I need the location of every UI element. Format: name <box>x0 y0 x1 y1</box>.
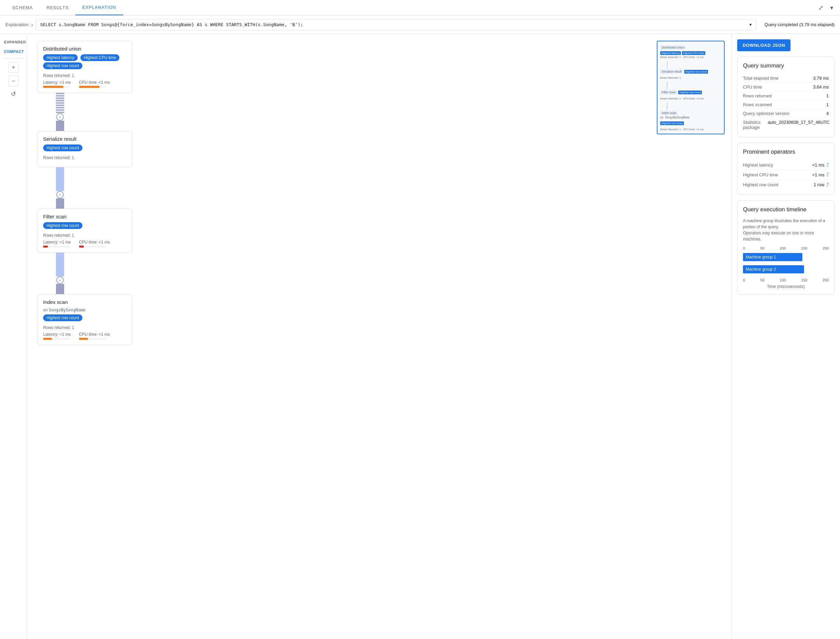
summary-val-2: 1 <box>826 93 829 99</box>
connector-solid-3: ✓ <box>56 277 64 294</box>
summary-val-4: 4 <box>826 111 829 116</box>
node-distributed-union[interactable]: Distributed union Highest latency Highes… <box>37 41 132 93</box>
node-badges-serialize: Highest row count <box>43 145 127 153</box>
prominent-operators-title: Prominent operators <box>743 149 829 155</box>
node-stat-rows-3: Rows returned: 1 <box>43 233 127 238</box>
node-metrics-4: Latency: <1 ms CPU time: <1 ms <box>43 332 127 340</box>
axis-label-0: 0 <box>743 246 745 250</box>
summary-val-5: auto_20230608_17_57_46UTC <box>768 120 829 130</box>
zoom-reset-btn[interactable]: ↺ <box>8 89 19 99</box>
query-summary-title: Query summary <box>743 62 829 69</box>
timeline-bar-label-1: Machine group 2 <box>746 267 776 272</box>
summary-row-5: Statistics package auto_20230608_17_57_4… <box>743 118 829 132</box>
summary-row-4: Query optimizer version 4 <box>743 109 829 118</box>
op-link-icon-0[interactable]: ⤴ <box>826 162 829 168</box>
query-summary-card: Query summary Total elapsed time 3.79 ms… <box>737 57 835 137</box>
badge-highest-row-count-3: Highest row count <box>43 222 83 229</box>
node-index-scan[interactable]: Index scan on SongsBySongName Highest ro… <box>37 294 132 345</box>
diagram-area: Distributed union Highest latency Highes… <box>27 34 732 639</box>
connector-blue-1 <box>56 167 64 191</box>
breadcrumb-label: Explanation <box>5 22 29 27</box>
op-row-0: Highest latency <1 ms ⤴ <box>743 160 829 170</box>
latency-label-3: Latency: <1 ms <box>43 240 71 245</box>
summary-key-2: Rows returned <box>743 93 772 99</box>
node-filter-scan[interactable]: Filter scan Highest row count Rows retur… <box>37 208 132 253</box>
op-val-0: <1 ms ⤴ <box>812 162 829 168</box>
node-badges-distributed-union: Highest latency Highest CPU time Highest… <box>43 54 127 70</box>
badge-highest-row-count-2: Highest row count <box>43 145 83 151</box>
op-link-icon-2[interactable]: ⤴ <box>826 182 829 187</box>
view-compact-btn[interactable]: COMPACT <box>3 48 24 56</box>
timeline-title: Query execution timeline <box>743 206 829 213</box>
op-row-2: Highest row count 1 row ⤴ <box>743 180 829 189</box>
timeline-bar-1[interactable]: Machine group 2 <box>743 265 804 273</box>
left-controls: EXPANDED COMPACT + − ↺ <box>0 34 27 639</box>
timeline-bar-0[interactable]: Machine group 1 <box>743 253 802 261</box>
download-json-btn[interactable]: DOWNLOAD JSON <box>737 39 791 51</box>
node-title-filter: Filter scan <box>43 214 127 219</box>
zoom-in-btn[interactable]: + <box>8 62 19 73</box>
op-value-0: <1 ms <box>812 162 824 168</box>
summary-val-3: 1 <box>826 102 829 107</box>
node-stat-rows-2: Rows returned: 1 <box>43 155 127 160</box>
node-subtitle-index: on SongsBySongName <box>43 308 127 312</box>
flow-container: Distributed union Highest latency Highes… <box>37 41 721 345</box>
timeline-axis-bottom: 0 50 100 150 200 <box>743 278 829 282</box>
summary-key-4: Query optimizer version <box>743 111 789 116</box>
connector-blue-2 <box>56 253 64 277</box>
axis-bottom-1: 50 <box>760 278 764 282</box>
cpu-label-4: CPU time: <1 ms <box>79 332 110 337</box>
latency-bar-1 <box>43 86 64 88</box>
axis-label-1: 50 <box>760 246 764 250</box>
query-status: Query completed (3.79 ms elapsed) <box>764 22 835 27</box>
timeline-bar-row-1: Machine group 2 <box>743 265 829 273</box>
tab-explanation[interactable]: EXPLANATION <box>75 0 123 15</box>
node-title-serialize: Serialize result <box>43 136 127 142</box>
summary-row-0: Total elapsed time 3.79 ms <box>743 74 829 83</box>
right-panel: DOWNLOAD JSON Query summary Total elapse… <box>732 34 840 639</box>
op-link-icon-1[interactable]: ⤴ <box>826 172 829 177</box>
cpu-bar-wrap-3 <box>79 246 106 248</box>
axis-bottom-4: 200 <box>823 278 829 282</box>
main-layout: EXPANDED COMPACT + − ↺ Distributed union… <box>0 34 840 639</box>
summary-key-3: Rows scanned <box>743 102 772 107</box>
cpu-label-3: CPU time: <1 ms <box>79 240 110 245</box>
node-title-index: Index scan <box>43 299 127 305</box>
cpu-bar-4 <box>79 338 88 340</box>
chevron-circle-3[interactable]: ✓ <box>56 277 64 284</box>
timeline-bar-row-0: Machine group 1 <box>743 253 829 261</box>
summary-val-0: 3.79 ms <box>813 76 829 81</box>
op-key-1: Highest CPU time <box>743 172 778 177</box>
timeline-desc-text: A machine group illustrates the executio… <box>743 218 825 242</box>
chevron-circle-2[interactable]: ✓ <box>56 191 64 199</box>
tab-schema[interactable]: SCHEMA <box>5 0 40 15</box>
timeline-x-label: Time (microseconds) <box>743 284 829 289</box>
op-key-0: Highest latency <box>743 162 773 168</box>
summary-row-3: Rows scanned 1 <box>743 100 829 109</box>
badge-highest-latency: Highest latency <box>43 54 78 61</box>
op-key-2: Highest row count <box>743 182 778 187</box>
node-serialize-result[interactable]: Serialize result Highest row count Rows … <box>37 131 132 167</box>
query-input-wrap[interactable]: SELECT s.SongName FROM Songs@{force_inde… <box>36 19 756 30</box>
view-expanded-btn[interactable]: EXPANDED <box>3 38 24 46</box>
axis-bottom-0: 0 <box>743 278 745 282</box>
query-dropdown-icon[interactable]: ▾ <box>749 22 752 27</box>
timeline-desc: A machine group illustrates the executio… <box>743 218 829 242</box>
axis-label-2: 100 <box>780 246 786 250</box>
op-val-1: <1 ms ⤴ <box>812 172 829 177</box>
chevron-circle-1[interactable]: ✓ <box>56 113 64 121</box>
latency-label-1: Latency: <1 ms <box>43 80 71 85</box>
chevron-down-icon[interactable]: ▾ <box>829 3 835 13</box>
connector-solid-1: ✓ <box>56 113 64 131</box>
index-name-span: SongsBySongName <box>49 308 86 312</box>
query-bar: Explanation › SELECT s.SongName FROM Son… <box>0 16 840 34</box>
node-title-distributed-union: Distributed union <box>43 46 127 52</box>
tab-results[interactable]: RESULTS <box>40 0 75 15</box>
latency-bar-3 <box>43 246 48 248</box>
fullscreen-icon[interactable]: ⤢ <box>817 3 825 13</box>
breadcrumb-arrow: › <box>31 22 33 28</box>
zoom-out-btn[interactable]: − <box>8 76 19 86</box>
summary-row-2: Rows returned 1 <box>743 92 829 100</box>
node-badges-filter: Highest row count <box>43 222 127 230</box>
connector-solid-2: ✓ <box>56 191 64 208</box>
